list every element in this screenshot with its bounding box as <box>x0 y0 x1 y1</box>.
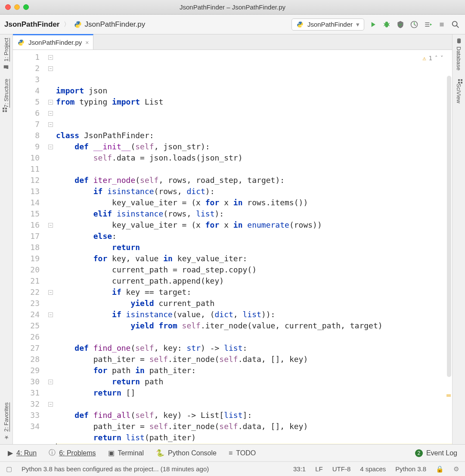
left-tool-rail: 1: Project 7: Structure ★ 2: Favorites <box>0 34 13 444</box>
editor-area: JsonPathFinder.py × 12345678910111213141… <box>13 34 452 444</box>
debug-button[interactable] <box>381 19 392 30</box>
project-tool-label: 1: Project <box>3 38 9 62</box>
code-editor[interactable]: 1234567891011121314151617181920212223242… <box>13 50 452 444</box>
problems-tool[interactable]: ⓘ6: Problems <box>49 448 96 457</box>
structure-icon <box>6 110 7 112</box>
inspection-widget[interactable]: ⚠ 1 ˄ ˅ <box>422 53 443 64</box>
code-content[interactable]: ⚠ 1 ˄ ˅ import jsonfrom typing import Li… <box>56 50 452 444</box>
svg-point-5 <box>457 38 460 40</box>
python-file-icon <box>17 39 25 46</box>
editor-tabs: JsonPathFinder.py × <box>13 34 452 50</box>
python-icon <box>296 21 304 28</box>
run-anything-button[interactable] <box>423 19 433 30</box>
line-separator[interactable]: LF <box>315 465 323 473</box>
svg-rect-3 <box>440 22 444 26</box>
event-log-label: Event Log <box>426 449 457 457</box>
error-stripe-mark[interactable] <box>446 394 451 397</box>
favorites-tool-label: 2: Favorites <box>3 402 9 432</box>
bottom-tool-strip: ▶4: Run ⓘ6: Problems ▣Terminal 🐍Python C… <box>0 444 465 461</box>
run-button[interactable] <box>368 19 378 30</box>
indent-setting[interactable]: 4 spaces <box>360 465 386 473</box>
project-tool[interactable]: 1: Project <box>3 38 9 70</box>
play-icon: ▶ <box>8 449 13 457</box>
python-console-label: Python Console <box>168 449 217 457</box>
run-config-dropdown[interactable]: JsonPathFinder ▾ <box>291 19 364 31</box>
breadcrumb-sep: 〉 <box>63 21 71 28</box>
close-tab-icon[interactable]: × <box>85 39 89 46</box>
editor-tab[interactable]: JsonPathFinder.py × <box>13 34 93 49</box>
list-icon: ≡ <box>229 449 232 457</box>
chevron-down-icon[interactable]: ˅ <box>440 53 443 64</box>
sciview-tool[interactable]: SciView <box>456 79 462 103</box>
sciview-tool-label: SciView <box>456 83 462 103</box>
search-button[interactable] <box>450 19 461 30</box>
structure-tool[interactable]: 7: Structure <box>3 79 9 112</box>
python-file-icon <box>74 21 82 28</box>
minimize-icon[interactable] <box>14 4 20 10</box>
grid-icon <box>458 79 460 81</box>
status-bar-icon[interactable]: ▢ <box>6 465 12 473</box>
todo-tool[interactable]: ≡TODO <box>229 449 256 457</box>
fold-column[interactable]: −−−−−−−−−−− <box>47 50 56 444</box>
run-config-label: JsonPathFinder <box>307 21 353 28</box>
problems-tool-label: 6: Problems <box>59 449 96 457</box>
database-tool[interactable]: Database <box>456 38 462 71</box>
lock-icon[interactable]: 🔒 <box>436 465 444 473</box>
chevron-down-icon: ▾ <box>356 21 360 28</box>
database-tool-label: Database <box>456 46 462 71</box>
warning-count: 1 <box>429 53 432 64</box>
breadcrumb-file-label: JsonPathFinder.py <box>84 20 145 29</box>
todo-tool-label: TODO <box>236 449 256 457</box>
chevron-up-icon[interactable]: ˄ <box>435 53 438 64</box>
maximize-icon[interactable] <box>23 4 29 10</box>
terminal-icon: ▣ <box>108 449 115 457</box>
run-tool-label: 4: Run <box>16 449 37 457</box>
svg-point-4 <box>453 21 457 26</box>
warning-icon: ⚠ <box>422 53 426 64</box>
line-gutter: 1234567891011121314151617181920212223242… <box>13 50 47 444</box>
svg-point-1 <box>79 26 80 27</box>
profile-button[interactable] <box>409 19 419 30</box>
close-icon[interactable] <box>5 4 11 10</box>
stop-button[interactable] <box>437 19 447 30</box>
interpreter[interactable]: Python 3.8 <box>395 465 426 473</box>
structure-tool-label: 7: Structure <box>3 79 9 108</box>
python-icon: 🐍 <box>156 449 164 457</box>
run-tool[interactable]: ▶4: Run <box>8 449 37 457</box>
svg-point-0 <box>77 22 78 23</box>
caret-position[interactable]: 33:1 <box>293 465 306 473</box>
window-controls <box>5 4 29 10</box>
breadcrumb-file[interactable]: JsonPathFinder.py <box>74 20 145 29</box>
right-tool-rail: Database SciView <box>452 34 465 444</box>
event-log-tool[interactable]: 2Event Log <box>415 449 457 457</box>
breadcrumb-root[interactable]: JsonPathFinder <box>4 20 59 29</box>
gear-icon[interactable]: ⚙ <box>453 465 459 473</box>
star-icon: ★ <box>3 434 9 441</box>
event-log-badge: 2 <box>415 449 423 457</box>
info-icon: ⓘ <box>49 448 56 457</box>
file-encoding[interactable]: UTF-8 <box>332 465 351 473</box>
editor-tab-label: JsonPathFinder.py <box>28 39 82 46</box>
window-titlebar: JsonPathFinder – JsonPathFinder.py <box>0 0 465 15</box>
ide-body: 1: Project 7: Structure ★ 2: Favorites J… <box>0 34 465 444</box>
status-bar: ▢ Python 3.8 has been configured as the … <box>0 461 465 476</box>
python-console-tool[interactable]: 🐍Python Console <box>156 449 217 457</box>
status-message: Python 3.8 has been configured as the pr… <box>22 465 209 473</box>
terminal-tool[interactable]: ▣Terminal <box>108 449 144 457</box>
main-toolbar: JsonPathFinder 〉 JsonPathFinder.py JsonP… <box>0 15 465 34</box>
favorites-tool[interactable]: ★ 2: Favorites <box>3 402 9 441</box>
coverage-button[interactable] <box>395 19 406 30</box>
window-title: JsonPathFinder – JsonPathFinder.py <box>0 3 465 11</box>
scrollbar[interactable] <box>447 76 451 377</box>
terminal-tool-label: Terminal <box>118 449 144 457</box>
